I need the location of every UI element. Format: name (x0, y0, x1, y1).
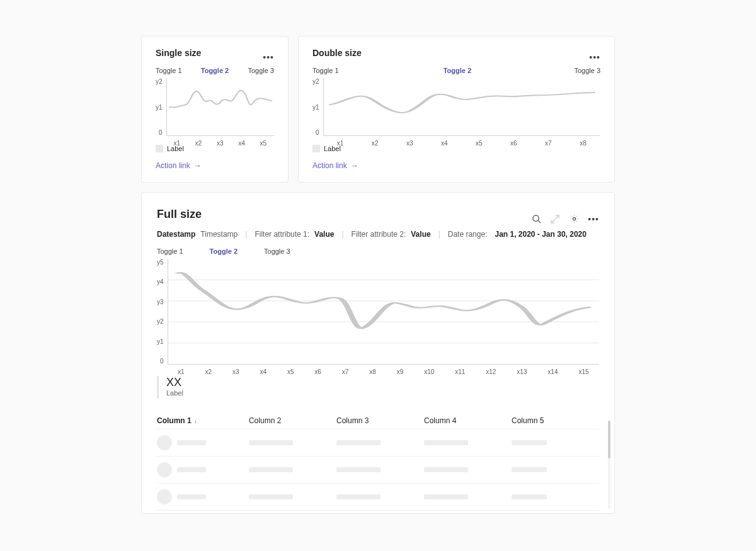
action-link[interactable]: Action link → (312, 161, 358, 170)
toggle-3[interactable]: Toggle 3 (264, 247, 290, 255)
sort-desc-icon: ↓ (194, 418, 197, 424)
arrow-right-icon: → (351, 161, 358, 170)
cell-placeholder (424, 440, 468, 445)
svg-line-1 (538, 220, 541, 223)
filter-datestamp[interactable]: Datestamp (157, 230, 195, 239)
cell-placeholder (424, 467, 468, 472)
arrow-right-icon: → (194, 161, 202, 170)
table-row[interactable] (157, 429, 599, 457)
chart-double-plot (323, 78, 600, 136)
table-row[interactable] (157, 511, 599, 514)
chart-single-xaxis: x1 x2 x3 x4 x5 (166, 136, 274, 147)
toggle-1[interactable]: Toggle 1 (156, 67, 182, 74)
cell-placeholder (177, 494, 206, 499)
expand-icon[interactable] (550, 214, 560, 224)
cell-placeholder (336, 440, 381, 445)
chart-double-xaxis: x1 x2 x3 x4 x5 x6 x7 x8 (323, 136, 600, 147)
more-icon[interactable]: ••• (263, 52, 274, 62)
column-header-2[interactable]: Column 2 (249, 416, 336, 425)
cell-placeholder (177, 467, 206, 472)
toggle-2[interactable]: Toggle 2 (210, 247, 238, 255)
card-single-title: Single size (156, 48, 201, 58)
filter-attr2-value[interactable]: Value (411, 230, 430, 239)
legend-swatch (312, 145, 320, 152)
chart-full-plot (168, 259, 599, 365)
cell-placeholder (512, 494, 547, 499)
filter-attr1-label: Filter attribute 1: (255, 230, 309, 239)
column-header-5[interactable]: Column 5 (512, 416, 599, 425)
toggle-2[interactable]: Toggle 2 (201, 67, 229, 74)
more-icon[interactable]: ••• (588, 214, 599, 224)
toggle-3[interactable]: Toggle 3 (248, 67, 274, 74)
more-icon[interactable]: ••• (589, 52, 600, 62)
table-row[interactable] (157, 484, 599, 511)
search-icon[interactable] (531, 214, 541, 224)
cell-placeholder (512, 467, 547, 472)
cell-placeholder (424, 494, 468, 499)
table-row[interactable] (157, 457, 599, 484)
chart-single-plot (166, 78, 274, 136)
chart-double-yaxis: y2 y1 0 (312, 78, 323, 136)
toggle-1[interactable]: Toggle 1 (312, 67, 362, 74)
chart-full-yaxis: y5 y4 y3 y2 y1 0 (157, 259, 168, 365)
filter-attr1-value[interactable]: Value (314, 230, 334, 239)
stat-block: XX Label (157, 376, 599, 399)
column-header-4[interactable]: Column 4 (424, 416, 512, 425)
cell-placeholder (512, 440, 547, 445)
date-range-label: Date range: (448, 230, 488, 239)
stat-label: Label (166, 389, 183, 397)
gear-icon[interactable] (569, 214, 579, 224)
cell-placeholder (336, 494, 381, 499)
toggle-3[interactable]: Toggle 3 (574, 67, 600, 74)
scrollbar-thumb[interactable] (608, 421, 610, 458)
filter-attr2-label: Filter attribute 2: (352, 230, 406, 239)
card-single: Single size ••• Toggle 1 Toggle 2 Toggle… (141, 36, 289, 183)
card-full-title: Full size (157, 208, 202, 221)
action-link[interactable]: Action link → (156, 161, 202, 170)
legend-swatch (156, 145, 163, 152)
data-table: Column 1↓ Column 2 Column 3 Column 4 Col… (157, 412, 599, 514)
date-range-value[interactable]: Jan 1, 2020 - Jan 30, 2020 (495, 230, 586, 239)
cell-placeholder (249, 494, 293, 499)
avatar-placeholder (157, 435, 172, 450)
avatar-placeholder (157, 489, 172, 504)
cell-placeholder (249, 467, 293, 472)
cell-placeholder (336, 467, 381, 472)
card-full: Full size ••• Datestamp Timestamp | Filt… (141, 192, 615, 514)
svg-point-0 (533, 215, 539, 221)
filter-timestamp[interactable]: Timestamp (200, 230, 238, 239)
column-header-1[interactable]: Column 1↓ (157, 416, 249, 425)
chart-single-yaxis: y2 y1 0 (156, 78, 166, 136)
filter-bar: Datestamp Timestamp | Filter attribute 1… (157, 230, 599, 239)
card-double-title: Double size (312, 48, 362, 58)
stat-value: XX (166, 376, 183, 389)
toggle-1[interactable]: Toggle 1 (157, 247, 183, 255)
card-double: Double size ••• Toggle 1 Toggle 2 Toggle… (298, 36, 615, 183)
avatar-placeholder (157, 462, 172, 477)
cell-placeholder (177, 440, 206, 445)
cell-placeholder (249, 440, 293, 445)
column-header-3[interactable]: Column 3 (336, 416, 424, 425)
svg-point-2 (573, 217, 575, 220)
chart-full-xaxis: x1x2x3x4x5x6x7x8x9x10x11x12x13x14x15 (168, 365, 599, 375)
toggle-2[interactable]: Toggle 2 (444, 67, 493, 74)
